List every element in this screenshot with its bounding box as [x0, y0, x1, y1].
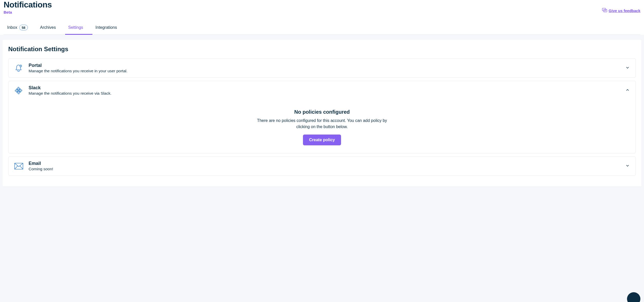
svg-point-6 — [21, 66, 21, 67]
accordion-slack-body: No policies configured There are no poli… — [8, 100, 636, 153]
tab-settings-label: Settings — [68, 25, 83, 30]
give-feedback-link[interactable]: Give us feedback — [602, 8, 640, 13]
accordion-portal-title: Portal — [29, 63, 625, 68]
accordion-portal: Portal Manage the notifications you rece… — [8, 58, 636, 78]
feedback-icon — [602, 8, 607, 13]
tab-archives-label: Archives — [40, 25, 56, 30]
chevron-up-icon — [625, 88, 630, 93]
slack-icon — [14, 86, 25, 95]
chevron-down-icon — [625, 65, 630, 71]
accordion-email-title: Email — [29, 161, 625, 166]
give-feedback-label: Give us feedback — [609, 8, 640, 13]
svg-line-13 — [20, 166, 23, 169]
envelope-icon — [14, 162, 25, 171]
accordion-portal-desc: Manage the notifications you receive in … — [29, 69, 625, 73]
chevron-down-icon — [625, 163, 630, 169]
tab-archives[interactable]: Archives — [37, 22, 65, 35]
svg-rect-1 — [604, 10, 607, 12]
accordion-portal-header[interactable]: Portal Manage the notifications you rece… — [8, 59, 636, 77]
svg-line-12 — [15, 166, 18, 169]
accordion-email-header[interactable]: Email Coming soon! — [8, 157, 636, 175]
svg-rect-7 — [18, 87, 19, 90]
accordion-email: Email Coming soon! — [8, 156, 636, 176]
svg-rect-8 — [18, 91, 19, 94]
tab-inbox-label: Inbox — [7, 25, 17, 30]
empty-state-title: No policies configured — [14, 109, 630, 115]
tab-inbox-count-badge: 58 — [19, 25, 28, 30]
tabs: Inbox 58 Archives Settings Integrations — [4, 22, 640, 35]
accordion-slack: Slack Manage the notifications you recei… — [8, 81, 636, 153]
accordion-email-desc: Coming soon! — [29, 167, 625, 171]
empty-state-desc: There are no policies configured for thi… — [254, 118, 390, 130]
tab-integrations[interactable]: Integrations — [92, 22, 126, 35]
accordion-slack-header[interactable]: Slack Manage the notifications you recei… — [8, 81, 636, 100]
svg-rect-9 — [15, 90, 18, 91]
svg-rect-10 — [19, 90, 22, 91]
accordion-slack-title: Slack — [29, 85, 625, 91]
bell-icon — [14, 64, 25, 73]
beta-badge: Beta — [4, 10, 52, 14]
page-title: Notifications — [4, 0, 52, 10]
section-title: Notification Settings — [8, 46, 636, 53]
accordion-slack-desc: Manage the notifications you receive via… — [29, 91, 625, 96]
tab-inbox[interactable]: Inbox 58 — [4, 22, 37, 35]
create-policy-button[interactable]: Create policy — [303, 135, 341, 145]
tab-integrations-label: Integrations — [95, 25, 117, 30]
tab-settings[interactable]: Settings — [65, 22, 92, 35]
